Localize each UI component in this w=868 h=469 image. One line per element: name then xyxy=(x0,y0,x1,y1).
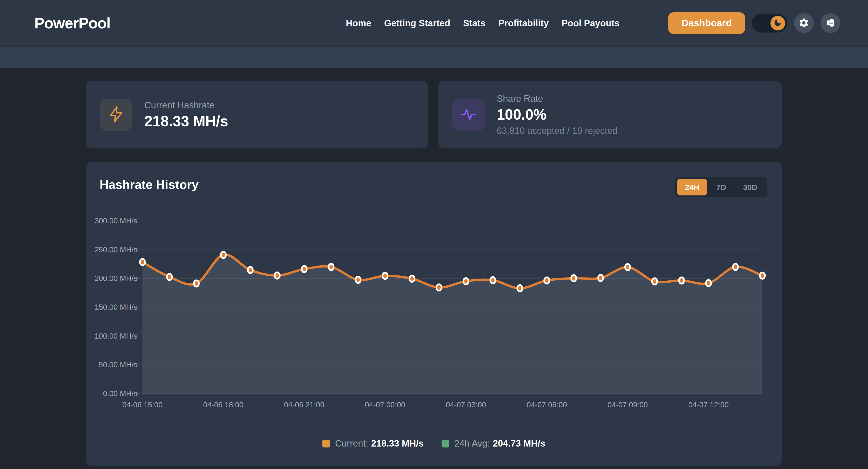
hashrate-chart xyxy=(139,213,763,399)
x-axis-label: 04-07 09:00 xyxy=(608,401,648,409)
y-axis-label: 250.00 MH/s xyxy=(86,245,137,254)
range-button-24h[interactable]: 24H xyxy=(677,179,707,196)
lightning-bolt-icon xyxy=(107,106,125,124)
logout-icon xyxy=(825,18,836,29)
chart-point xyxy=(625,264,630,270)
chart-point xyxy=(490,277,495,284)
legend-item: 24h Avg:204.73 MH/s xyxy=(441,438,545,449)
stat-value: 218.33 MH/s xyxy=(144,114,228,129)
legend-item: Current:218.33 MH/s xyxy=(322,438,424,449)
logout-button[interactable] xyxy=(820,13,840,33)
stat-card-share-rate: Share Rate 100.0% 63,810 accepted / 19 r… xyxy=(438,81,782,148)
stat-label: Share Rate xyxy=(497,93,617,104)
stat-label: Current Hashrate xyxy=(144,100,228,111)
hashrate-history-card: Hashrate History 24H7D30D 300.00 MH/s250… xyxy=(86,162,782,466)
nav-link-getting-started[interactable]: Getting Started xyxy=(384,18,450,28)
x-axis-label: 04-07 06:00 xyxy=(527,401,567,409)
x-axis-label: 04-07 00:00 xyxy=(365,401,405,409)
divider xyxy=(100,429,768,429)
chart-point xyxy=(733,264,738,270)
stat-card-current-hashrate: Current Hashrate 218.33 MH/s xyxy=(86,81,428,148)
brand-logo: PowerPool xyxy=(34,14,111,32)
nav-link-pool-payouts[interactable]: Pool Payouts xyxy=(562,18,620,28)
legend-swatch xyxy=(322,440,330,447)
x-axis-label: 04-07 12:00 xyxy=(688,401,729,409)
range-button-7d[interactable]: 7D xyxy=(708,179,734,196)
chart-point xyxy=(571,275,576,282)
theme-toggle[interactable] xyxy=(752,14,787,32)
chart-point xyxy=(436,284,441,291)
y-axis-label: 50.00 MH/s xyxy=(86,360,137,369)
legend-swatch xyxy=(441,440,450,447)
chart-legend: Current:218.33 MH/s24h Avg:204.73 MH/s xyxy=(86,438,782,449)
y-axis-label: 100.00 MH/s xyxy=(86,332,137,341)
x-axis-label: 04-06 18:00 xyxy=(203,401,244,409)
y-axis-label: 300.00 MH/s xyxy=(86,216,137,225)
chart-point xyxy=(598,275,603,281)
stat-subtext: 63,810 accepted / 19 rejected xyxy=(497,125,617,136)
chart-point xyxy=(302,266,307,272)
x-axis-label: 04-06 15:00 xyxy=(122,401,163,409)
page-header-band xyxy=(0,46,868,68)
chart-area xyxy=(143,255,763,393)
chart-point xyxy=(221,252,226,258)
chart-point xyxy=(275,272,280,279)
range-toggle-group: 24H7D30D xyxy=(675,177,767,197)
chart-point xyxy=(679,277,684,284)
chart-point xyxy=(652,278,657,285)
stat-icon-box xyxy=(100,99,132,131)
chart-point xyxy=(140,259,145,265)
chart-point xyxy=(544,277,549,284)
dashboard-button[interactable]: Dashboard xyxy=(668,12,745,34)
chart-point xyxy=(356,276,361,283)
chart-point xyxy=(329,264,334,270)
chart-point xyxy=(248,267,253,273)
legend-label: 24h Avg: xyxy=(454,438,490,449)
chart-point xyxy=(194,280,199,287)
settings-button[interactable] xyxy=(794,13,814,33)
nav-link-home[interactable]: Home xyxy=(346,18,371,28)
chart-point xyxy=(167,274,172,280)
nav-link-profitability[interactable]: Profitability xyxy=(498,18,549,28)
x-axis-label: 04-06 21:00 xyxy=(284,401,324,409)
chart-point xyxy=(382,273,388,279)
header-actions: Dashboard xyxy=(668,0,840,46)
legend-value: 218.33 MH/s xyxy=(371,438,424,449)
moon-icon xyxy=(773,18,782,28)
chart-point xyxy=(409,275,414,282)
x-axis-label: 04-07 03:00 xyxy=(446,401,486,409)
stat-value: 100.0% xyxy=(497,107,617,122)
legend-value: 204.73 MH/s xyxy=(493,438,545,449)
main-nav: HomeGetting StartedStatsProfitabilityPoo… xyxy=(346,0,620,46)
y-axis-label: 0.00 MH/s xyxy=(86,389,137,398)
stat-icon-box xyxy=(452,99,485,131)
gear-icon xyxy=(798,18,809,29)
legend-label: Current: xyxy=(335,438,368,449)
y-axis-label: 200.00 MH/s xyxy=(86,274,137,283)
range-button-30d[interactable]: 30D xyxy=(735,179,765,196)
chart-point xyxy=(463,278,468,284)
chart-point xyxy=(760,272,765,279)
navbar: PowerPool HomeGetting StartedStatsProfit… xyxy=(0,0,868,46)
nav-link-stats[interactable]: Stats xyxy=(463,18,486,28)
y-axis-label: 150.00 MH/s xyxy=(86,303,137,312)
chart-title: Hashrate History xyxy=(100,177,198,192)
powerpool-dashboard: PowerPool HomeGetting StartedStatsProfit… xyxy=(0,0,868,469)
chart-point xyxy=(706,280,711,286)
activity-pulse-icon xyxy=(459,105,478,124)
chart-point xyxy=(517,285,522,291)
theme-toggle-knob xyxy=(770,16,785,30)
